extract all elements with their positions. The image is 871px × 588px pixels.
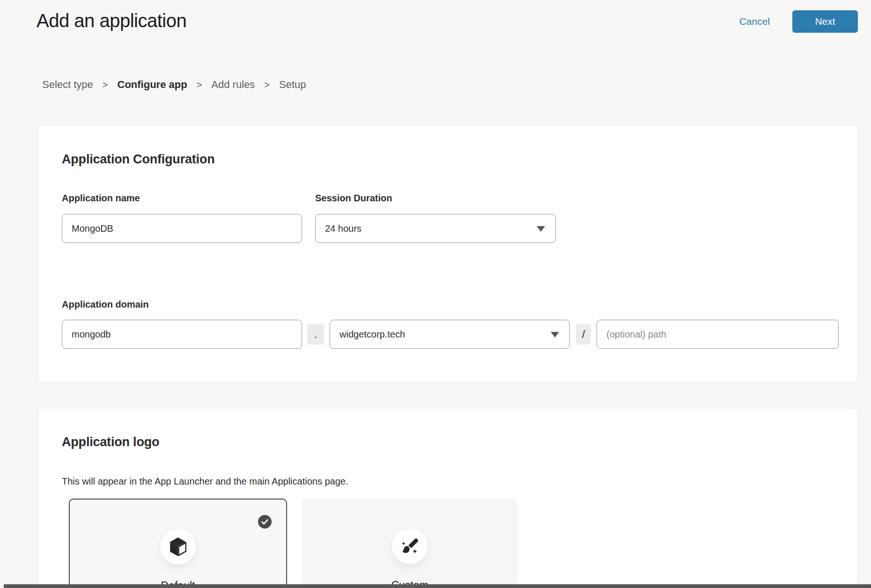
config-card-heading: Application Configuration — [62, 152, 214, 167]
application-domain-label: Application domain — [62, 299, 149, 310]
session-duration-label: Session Duration — [315, 193, 392, 204]
subdomain-input[interactable] — [62, 320, 302, 349]
session-duration-select[interactable]: 24 hours — [315, 214, 556, 243]
cancel-button[interactable]: Cancel — [739, 16, 770, 27]
application-name-input[interactable] — [62, 214, 302, 243]
logo-card-description: This will appear in the App Launcher and… — [62, 476, 348, 487]
breadcrumb-separator: > — [103, 80, 108, 90]
breadcrumb-step-select-type[interactable]: Select type — [42, 79, 93, 91]
slash-separator: / — [576, 324, 591, 345]
breadcrumb: Select type > Configure app > Add rules … — [42, 79, 306, 91]
logo-option-custom[interactable]: Custom — [302, 499, 517, 588]
check-icon — [258, 515, 272, 529]
domain-select-value: widgetcorp.tech — [340, 329, 405, 340]
horizontal-scrollbar[interactable] — [4, 584, 871, 588]
breadcrumb-step-add-rules[interactable]: Add rules — [211, 79, 255, 91]
logo-option-default[interactable]: Default — [69, 499, 287, 588]
page-title: Add an application — [37, 10, 186, 31]
header-actions: Cancel Next — [739, 10, 858, 33]
paintbrush-icon — [400, 537, 420, 556]
logo-card-heading: Application logo — [62, 435, 159, 449]
application-configuration-card: Application Configuration Application na… — [37, 125, 858, 383]
chevron-down-icon — [551, 332, 559, 338]
session-duration-value: 24 hours — [325, 223, 362, 234]
breadcrumb-step-configure-app[interactable]: Configure app — [118, 79, 187, 91]
custom-logo-circle — [392, 529, 428, 564]
dot-separator: . — [307, 324, 324, 345]
next-button[interactable]: Next — [792, 10, 858, 33]
cube-icon — [169, 537, 187, 557]
breadcrumb-separator: > — [197, 80, 202, 90]
application-name-label: Application name — [62, 193, 140, 204]
domain-select[interactable]: widgetcorp.tech — [330, 320, 570, 349]
path-input[interactable] — [597, 320, 839, 349]
default-logo-circle — [160, 529, 196, 565]
chevron-down-icon — [537, 226, 545, 232]
page: { "header": { "title": "Add an applicati… — [0, 0, 871, 588]
breadcrumb-separator: > — [264, 80, 270, 90]
breadcrumb-step-setup[interactable]: Setup — [279, 79, 306, 91]
